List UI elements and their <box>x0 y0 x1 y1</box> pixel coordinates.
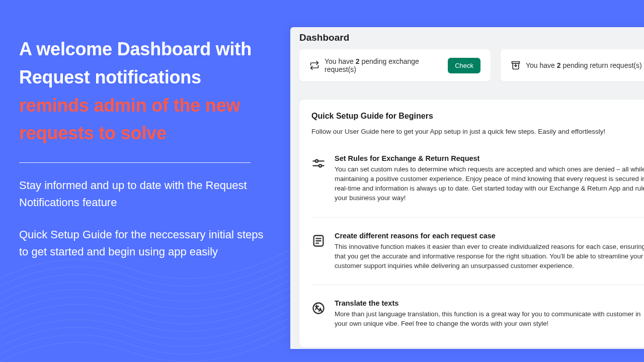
exchange-icon <box>309 60 319 70</box>
step-title: Translate the texts <box>335 299 644 307</box>
guide-step[interactable]: Create different reasons for each reques… <box>311 218 644 285</box>
exchange-notification-card: You have 2 pending exchange request(s) C… <box>299 49 491 81</box>
svg-point-8 <box>313 303 324 313</box>
subtext-2: Quick Setup Guide for the neccessary ini… <box>19 226 271 260</box>
note-icon <box>311 234 326 248</box>
return-icon <box>511 60 521 70</box>
step-desc: You can set custom rules to determine wh… <box>335 164 644 203</box>
headline-accent: reminds admin of the new requests to sol… <box>19 95 240 144</box>
notification-row: You have 2 pending exchange request(s) C… <box>290 49 644 81</box>
app-dashboard-screenshot: Dashboard You have 2 pending exchange re… <box>290 27 644 349</box>
step-title: Create different reasons for each reques… <box>335 232 644 240</box>
subtext: Stay informed and up to date with the Re… <box>19 177 271 260</box>
return-notification-text: You have 2 pending return request(s) <box>526 61 644 69</box>
marketing-panel: A welcome Dashboard with Request notific… <box>19 35 271 261</box>
setup-guide-card: Quick Setup Guide for Beginers Follow ou… <box>299 100 644 347</box>
svg-point-1 <box>315 160 318 162</box>
guide-step[interactable]: Translate the texts More than just langu… <box>311 285 644 342</box>
svg-point-3 <box>319 164 321 167</box>
sliders-icon <box>311 156 326 170</box>
return-notification-card: You have 2 pending return request(s) <box>501 49 644 81</box>
subtext-1: Stay informed and up to date with the Re… <box>19 177 271 211</box>
step-title: Set Rules for Exchange & Return Request <box>335 154 644 162</box>
guide-step[interactable]: Set Rules for Exchange & Return Request … <box>311 140 644 218</box>
exchange-notification-text: You have 2 pending exchange request(s) <box>325 57 443 73</box>
headline: A welcome Dashboard with Request notific… <box>19 35 271 147</box>
step-desc: This innovative function makes it easier… <box>335 242 644 270</box>
divider <box>19 162 251 163</box>
check-button[interactable]: Check <box>448 58 480 73</box>
guide-description: Follow our User Guide here to get your A… <box>311 128 644 135</box>
guide-title: Quick Setup Guide for Beginers <box>311 112 644 121</box>
page-title: Dashboard <box>290 27 644 49</box>
translate-icon <box>311 301 326 315</box>
step-desc: More than just language translation, thi… <box>335 309 644 328</box>
headline-white: A welcome Dashboard with Request notific… <box>19 39 252 87</box>
